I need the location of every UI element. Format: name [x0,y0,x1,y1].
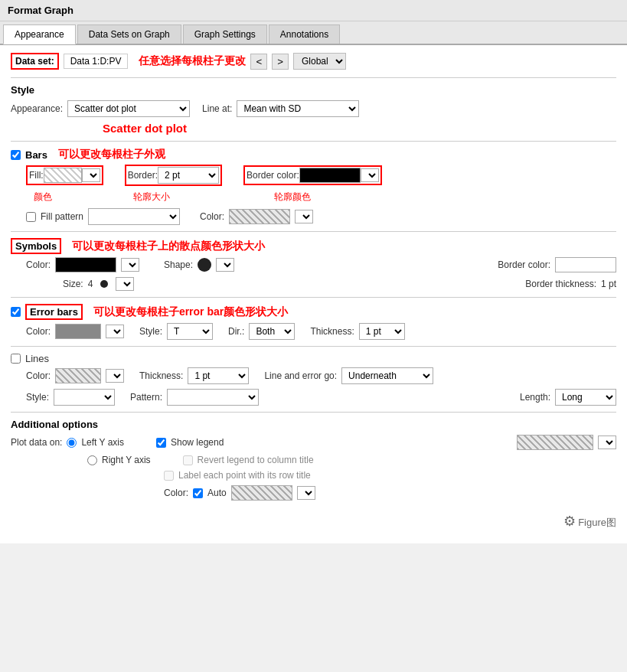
legend-color-dropdown[interactable]: ▼ [598,435,616,449]
title-bar: Format Graph [0,0,627,21]
bottom-area: ⚙ Figure图 [11,505,616,536]
border-color-label: Border color: [247,170,299,181]
color-dropdown-bars[interactable]: ▼ [295,210,313,223]
lines-pattern-label: Pattern: [130,392,162,403]
figure-icon: ⚙ [563,514,576,529]
scatter-annotation: Scatter dot plot [103,122,616,135]
border-color-dropdown[interactable]: ▼ [361,168,379,182]
bars-checkbox-row: Bars 可以更改每根柱子外观 [11,148,616,161]
dataset-row: Data set: Data 1:D:PV 任意选择每根柱子更改 < > Glo… [11,53,616,70]
fill-pattern-row: Fill pattern Color: ▼ [26,208,616,225]
lines-error-go-select[interactable]: UnderneathOn top [341,367,433,384]
line-at-label: Line at: [202,103,232,114]
bars-label: Bars [25,149,47,161]
show-legend-label: Show legend [171,437,224,448]
prev-dataset-btn[interactable]: < [250,54,267,70]
lines-thickness-label: Thickness: [139,370,183,381]
lines-color-label: Color: [26,370,51,381]
symbols-size-row: Size: 4 ▼ Border thickness: 1 pt [26,277,616,291]
error-thickness-select[interactable]: 1 pt 2 pt [359,323,405,340]
style-section-title: Style [11,84,616,96]
lines-row1: Color: ▼ Thickness: 1 pt2 pt Line and er… [26,367,616,384]
label-each-point-checkbox[interactable] [164,471,174,481]
fill-label: Fill: [29,170,44,181]
show-legend-checkbox[interactable] [156,438,166,448]
bars-checkbox[interactable] [11,150,21,160]
border-select[interactable]: 2 pt 1 pt 3 pt [158,167,219,184]
lines-thickness-select[interactable]: 1 pt2 pt [188,367,249,384]
dataset-annotation: 任意选择每根柱子更改 [139,54,246,68]
error-style-select[interactable]: T ⊥ [167,323,213,340]
additional-row4: Color: Auto ▼ [164,485,616,501]
left-y-radio[interactable] [67,438,77,448]
symbols-row: Symbols 可以更改每根柱子上的散点颜色形状大小 [11,238,616,254]
size-dot-preview [100,280,108,288]
lines-color-dropdown[interactable]: ▼ [106,369,124,383]
lines-style-select[interactable] [54,389,115,406]
lines-row2: Style: Pattern: Length: LongShort [26,389,616,406]
revert-legend-checkbox[interactable] [183,455,193,465]
fill-preview [44,168,82,183]
symbols-shape-label: Shape: [164,259,193,270]
symbols-size-label: Size: [63,279,83,289]
symbols-size-value: 4 [88,279,93,289]
figure-logo: ⚙ Figure图 [11,505,616,533]
left-y-label: Left Y axis [81,437,124,448]
tab-datasets[interactable]: Data Sets on Graph [77,24,181,44]
revert-legend-label: Revert legend to column title [198,455,314,465]
additional-row2: Right Y axis Revert legend to column tit… [87,455,616,465]
error-bars-checkbox[interactable] [11,307,21,317]
fill-pattern-checkbox[interactable] [26,212,36,222]
tab-graphsettings[interactable]: Graph Settings [183,24,267,44]
additional-title: Additional options [11,419,616,430]
bars-annotation: 可以更改每根柱子外观 [58,148,165,161]
right-y-label: Right Y axis [102,455,151,465]
next-dataset-btn[interactable]: > [272,54,289,70]
appearance-label: Appearance: [11,103,63,114]
lines-checkbox[interactable] [11,354,21,364]
auto-checkbox[interactable] [193,488,203,498]
symbols-border-thickness-label: Border thickness: [525,279,596,289]
symbols-color-preview [55,257,116,272]
border-box: Border: 2 pt 1 pt 3 pt [125,165,222,186]
tab-appearance[interactable]: Appearance [3,24,76,44]
error-bars-annotation: 可以更改每根柱子error bar颜色形状大小 [93,305,288,319]
error-style-label: Style: [139,326,162,337]
symbols-label: Symbols [11,238,61,254]
border-color-box: Border color: ▼ [243,165,382,185]
tab-bar: Appearance Data Sets on Graph Graph Sett… [0,21,627,45]
right-y-radio[interactable] [87,455,97,465]
fill-border-box: Fill: ▼ [26,165,103,185]
tab-annotations[interactable]: Annotations [269,24,340,44]
additional-row3: Label each point with its row title [164,470,616,481]
label-each-point-label: Label each point with its row title [178,470,311,481]
error-color-label: Color: [26,326,51,337]
additional-row1: Plot data on: Left Y axis Show legend ▼ [11,435,616,450]
additional-color-dropdown[interactable]: ▼ [297,486,315,500]
fill-dropdown[interactable]: ▼ [82,168,100,182]
shape-dropdown[interactable]: ▼ [216,258,234,272]
error-bars-checkbox-row: Error bars 可以更改每根柱子error bar颜色形状大小 [11,304,616,320]
legend-color-preview [517,435,593,450]
lines-style-label: Style: [26,392,49,403]
symbols-color-label: Color: [26,259,51,270]
symbols-color-dropdown[interactable]: ▼ [121,258,139,272]
symbols-color-row: Color: ▼ Shape: ▼ Border color: [26,257,616,272]
auto-label: Auto [207,488,227,498]
error-dir-select[interactable]: Both Up Down [249,323,295,340]
error-color-preview [55,324,101,339]
lines-pattern-select[interactable] [167,389,259,406]
lines-checkbox-row: Lines [11,353,616,364]
plot-data-label: Plot data on: [11,437,62,448]
symbols-border-thickness-value: 1 pt [601,279,616,289]
fill-pattern-select[interactable] [88,208,180,225]
size-dropdown[interactable]: ▼ [116,277,134,291]
global-dropdown[interactable]: Global [293,53,346,70]
right-y-radio-row: Right Y axis [87,455,151,465]
line-at-select[interactable]: Mean with SD Mean with SEM Median with I… [237,100,359,117]
additional-section: Additional options Plot data on: Left Y … [11,419,616,501]
lines-length-select[interactable]: LongShort [555,389,616,406]
appearance-select[interactable]: Scatter dot plot Bar chart Box plot Viol… [67,100,190,117]
error-color-dropdown[interactable]: ▼ [106,325,124,338]
additional-color-label: Color: [164,488,188,498]
